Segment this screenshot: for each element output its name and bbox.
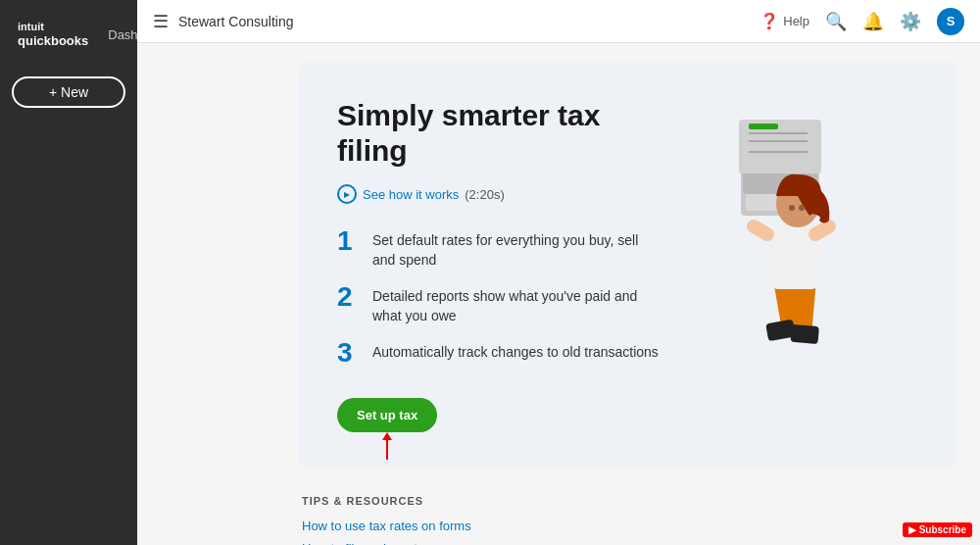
tips-section: TIPS & RESOURCES How to use tax rates on… bbox=[298, 495, 956, 545]
settings-icon[interactable]: ⚙️ bbox=[900, 11, 921, 32]
feature-item: 3Automatically track changes to old tran… bbox=[337, 339, 662, 367]
feature-number: 2 bbox=[337, 283, 361, 311]
feature-text: Detailed reports show what you've paid a… bbox=[372, 283, 662, 325]
hero-illustration bbox=[662, 98, 917, 353]
tips-links: How to use tax rates on formsHow to file… bbox=[302, 519, 953, 545]
feature-item: 1Set default rates for everything you bu… bbox=[337, 227, 662, 270]
svg-rect-9 bbox=[749, 124, 778, 129]
feature-list: 1Set default rates for everything you bu… bbox=[337, 227, 662, 367]
help-label: Help bbox=[783, 14, 809, 28]
feature-text: Set default rates for everything you buy… bbox=[372, 227, 662, 270]
svg-rect-13 bbox=[790, 324, 818, 344]
youtube-badge[interactable]: ▶ Subscribe bbox=[903, 522, 972, 537]
topbar-actions: ❓ Help 🔍 🔔 ⚙️ S bbox=[760, 8, 964, 35]
tips-title: TIPS & RESOURCES bbox=[302, 495, 953, 507]
arrow-indicator bbox=[386, 440, 388, 460]
brand-name: intuitquickbooks bbox=[18, 21, 88, 49]
yt-icon: ▶ bbox=[908, 524, 916, 535]
notification-icon[interactable]: 🔔 bbox=[862, 11, 884, 32]
svg-point-18 bbox=[789, 205, 795, 211]
play-icon: ▶ bbox=[337, 184, 357, 204]
see-how-label: See how it works bbox=[363, 187, 459, 202]
main-content: Simply smarter tax filing ▶ See how it w… bbox=[274, 43, 980, 545]
illustration-svg bbox=[682, 98, 898, 353]
arrow-line bbox=[386, 440, 388, 460]
hamburger-icon[interactable]: ☰ bbox=[153, 11, 169, 32]
user-avatar[interactable]: S bbox=[937, 8, 964, 35]
feature-item: 2Detailed reports show what you've paid … bbox=[337, 283, 662, 325]
topbar: ☰ Stewart Consulting ❓ Help 🔍 🔔 ⚙️ S bbox=[137, 0, 980, 43]
sidebar-logo: Q intuitquickbooks DashboardBanking›Sale… bbox=[0, 0, 137, 69]
search-icon[interactable]: 🔍 bbox=[825, 11, 847, 32]
arrow-head bbox=[382, 432, 392, 440]
tips-link[interactable]: How to file and pay tax bbox=[302, 541, 953, 545]
hero-card: Simply smarter tax filing ▶ See how it w… bbox=[298, 63, 956, 468]
see-how-duration: (2:20s) bbox=[465, 187, 504, 202]
setup-tax-button[interactable]: Set up tax bbox=[337, 398, 437, 432]
setup-button-wrapper: Set up tax bbox=[337, 398, 437, 432]
feature-text: Automatically track changes to old trans… bbox=[372, 339, 659, 363]
feature-number: 3 bbox=[337, 339, 361, 367]
sidebar: Q intuitquickbooks DashboardBanking›Sale… bbox=[0, 0, 137, 545]
see-how-link[interactable]: ▶ See how it works (2:20s) bbox=[337, 184, 662, 204]
feature-number: 1 bbox=[337, 227, 361, 255]
help-icon: ❓ bbox=[760, 12, 779, 30]
hero-title: Simply smarter tax filing bbox=[337, 98, 662, 169]
company-name: Stewart Consulting bbox=[178, 14, 294, 29]
new-button[interactable]: + New bbox=[12, 76, 125, 108]
help-button[interactable]: ❓ Help bbox=[760, 12, 809, 30]
svg-point-19 bbox=[799, 205, 805, 211]
tips-link[interactable]: How to use tax rates on forms bbox=[302, 519, 953, 533]
hero-content: Simply smarter tax filing ▶ See how it w… bbox=[337, 98, 662, 432]
yt-label: Subscribe bbox=[919, 524, 966, 535]
